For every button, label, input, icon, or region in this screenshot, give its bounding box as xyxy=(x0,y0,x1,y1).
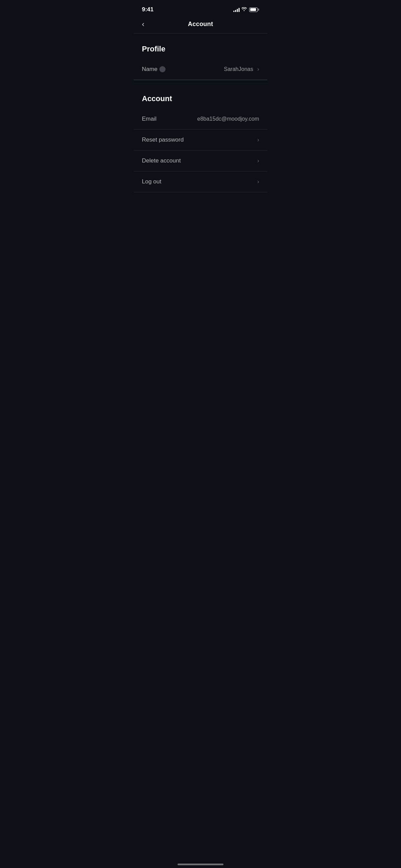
status-bar: 9:41 xyxy=(134,0,267,17)
profile-section: Profile Name SarahJonas › xyxy=(134,34,267,80)
reset-password-row[interactable]: Reset password › xyxy=(134,130,267,150)
wifi-icon xyxy=(242,7,247,12)
chevron-icon: › xyxy=(257,137,259,143)
log-out-row[interactable]: Log out › xyxy=(134,171,267,192)
page-title: Account xyxy=(188,21,213,28)
delete-account-label: Delete account xyxy=(142,157,181,164)
signal-icon xyxy=(233,7,240,12)
chevron-icon: › xyxy=(257,66,259,72)
reset-password-label: Reset password xyxy=(142,136,184,143)
chevron-icon: › xyxy=(257,158,259,164)
name-label: Name xyxy=(142,66,157,73)
battery-icon xyxy=(249,8,259,12)
navigation-bar: ‹ Account xyxy=(134,17,267,34)
name-dot-icon xyxy=(159,66,166,72)
name-value: SarahJonas › xyxy=(224,66,259,72)
name-row[interactable]: Name SarahJonas › xyxy=(134,59,267,80)
section-divider xyxy=(134,80,267,83)
account-section: Account Email e8ba15dc@moodjoy.com Reset… xyxy=(134,83,267,192)
log-out-label: Log out xyxy=(142,178,161,185)
profile-section-header: Profile xyxy=(134,34,267,59)
email-value: e8ba15dc@moodjoy.com xyxy=(197,116,259,122)
chevron-icon: › xyxy=(257,179,259,185)
back-button[interactable]: ‹ xyxy=(141,19,146,30)
status-time: 9:41 xyxy=(142,6,154,13)
email-row: Email e8ba15dc@moodjoy.com xyxy=(134,109,267,130)
delete-account-row[interactable]: Delete account › xyxy=(134,150,267,171)
status-icons xyxy=(233,7,259,12)
account-section-header: Account xyxy=(134,83,267,109)
email-label: Email xyxy=(142,116,157,122)
